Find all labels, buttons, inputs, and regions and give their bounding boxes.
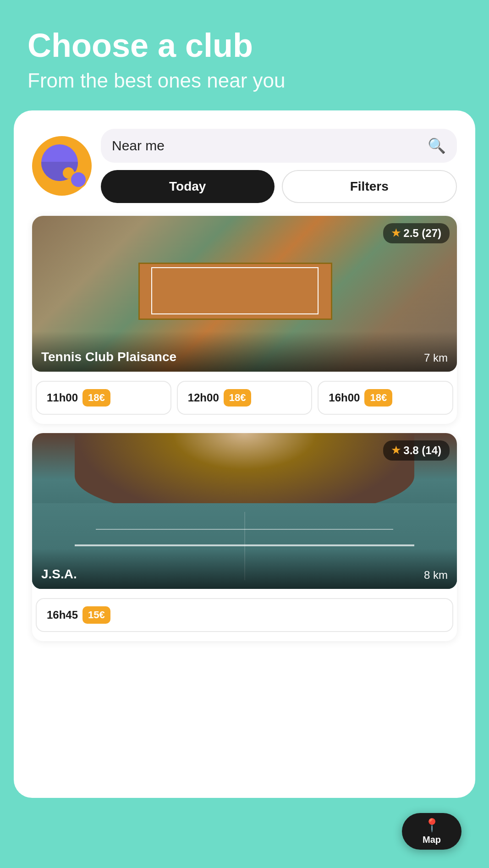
- map-button-label: Map: [423, 835, 441, 845]
- time-label-1-0: 11h00: [47, 391, 78, 404]
- rating-value-2: 3.8 (14): [403, 444, 441, 457]
- rating-star-2: ★: [391, 445, 401, 456]
- rating-badge-2: ★ 3.8 (14): [383, 440, 450, 461]
- time-label-2-0: 16h45: [47, 609, 78, 621]
- time-slots-2: 16h45 15€: [32, 589, 457, 641]
- search-input-text: Near me: [112, 138, 422, 154]
- rating-star-1: ★: [391, 227, 401, 239]
- map-fab-button[interactable]: 📍 Map: [402, 813, 462, 850]
- price-badge-1-0: 18€: [82, 389, 110, 407]
- search-filters-panel: Near me 🔍 Today Filters: [101, 129, 457, 203]
- club-name-overlay-1: Tennis Club Plaisance 7 km: [32, 331, 457, 372]
- app-logo: [32, 136, 92, 196]
- search-icon[interactable]: 🔍: [428, 137, 446, 154]
- net-line: [75, 544, 415, 546]
- map-pin-icon: 📍: [424, 818, 440, 833]
- price-badge-1-1: 18€: [224, 389, 252, 407]
- club-name-2: J.S.A.: [41, 567, 77, 582]
- time-slots-1: 11h00 18€ 12h00 18€ 16h00 18€: [32, 372, 457, 424]
- price-badge-2-0: 15€: [82, 606, 110, 624]
- club-distance-2: 8 km: [424, 569, 448, 582]
- header-section: Choose a club From the best ones near yo…: [0, 0, 489, 110]
- club-image-1: ★ 2.5 (27) Tennis Club Plaisance 7 km: [32, 216, 457, 372]
- tennis-ball-small-icon: [70, 171, 87, 188]
- rating-badge-1: ★ 2.5 (27): [383, 223, 450, 243]
- filters-button[interactable]: Filters: [282, 170, 457, 203]
- time-label-1-1: 12h00: [188, 391, 219, 404]
- search-input-wrapper[interactable]: Near me 🔍: [101, 129, 457, 163]
- club-card-2[interactable]: ★ 3.8 (14) J.S.A. 8 km 16h45 15€: [32, 433, 457, 641]
- page-title: Choose a club: [27, 27, 462, 64]
- time-slot-1-0[interactable]: 11h00 18€: [36, 381, 171, 415]
- main-card: Near me 🔍 Today Filters ★ 2.5 (27) Tenni…: [14, 110, 475, 798]
- time-slot-1-2[interactable]: 16h00 18€: [318, 381, 453, 415]
- rating-value-1: 2.5 (27): [403, 227, 441, 240]
- club-distance-1: 7 km: [424, 352, 448, 364]
- page-subtitle: From the best ones near you: [27, 69, 462, 92]
- price-badge-1-2: 18€: [364, 389, 392, 407]
- time-slot-2-0[interactable]: 16h45 15€: [36, 598, 453, 632]
- today-button[interactable]: Today: [101, 170, 275, 203]
- time-slot-1-1[interactable]: 12h00 18€: [177, 381, 313, 415]
- club-card-1[interactable]: ★ 2.5 (27) Tennis Club Plaisance 7 km 11…: [32, 216, 457, 424]
- club-name-1: Tennis Club Plaisance: [41, 350, 176, 364]
- club-name-overlay-2: J.S.A. 8 km: [32, 549, 457, 589]
- filter-row: Today Filters: [101, 170, 457, 203]
- club-image-2: ★ 3.8 (14) J.S.A. 8 km: [32, 433, 457, 589]
- search-row: Near me 🔍 Today Filters: [32, 129, 457, 203]
- time-label-1-2: 16h00: [329, 391, 360, 404]
